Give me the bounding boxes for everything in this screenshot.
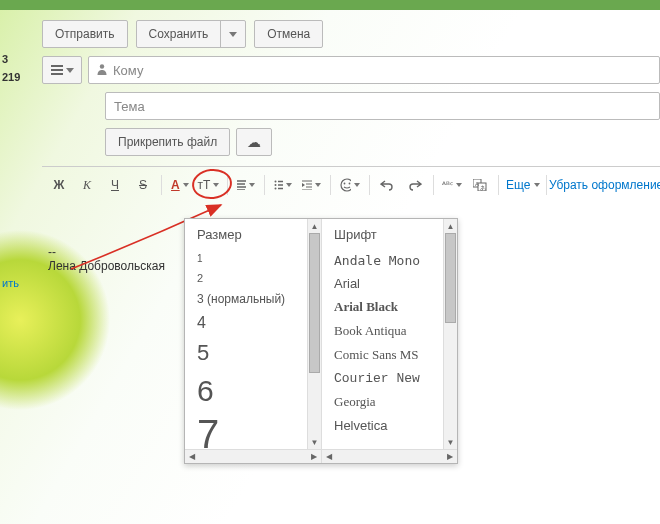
- list-button[interactable]: [270, 173, 296, 197]
- spellcheck-button[interactable]: ᴬᴮᶜ: [439, 173, 465, 197]
- main-toolbar: Отправить Сохранить Отмена: [0, 10, 660, 58]
- sidebar-count-2: 219: [0, 68, 30, 86]
- redo-button[interactable]: [402, 173, 428, 197]
- indent-button[interactable]: [298, 173, 324, 197]
- font-size-button[interactable]: тТ: [195, 173, 222, 197]
- svg-point-1: [275, 181, 277, 183]
- redo-icon: [408, 179, 422, 191]
- align-button[interactable]: [233, 173, 259, 197]
- size-option-6[interactable]: 6: [185, 370, 307, 412]
- more-button[interactable]: Еще: [504, 173, 541, 197]
- separator: [161, 175, 162, 195]
- italic-button[interactable]: К: [74, 173, 100, 197]
- size-header: Размер: [185, 219, 321, 249]
- text-color-button[interactable]: A: [167, 173, 193, 197]
- emoji-button[interactable]: [336, 173, 364, 197]
- save-button[interactable]: Сохранить: [136, 20, 247, 48]
- size-option-2[interactable]: 2: [185, 268, 307, 288]
- person-icon: [97, 63, 107, 78]
- font-option-courier[interactable]: Courier New: [322, 367, 443, 390]
- svg-point-4: [341, 179, 351, 191]
- size-list: 1 2 3 (нормальный) 4 5 6 7: [185, 249, 321, 449]
- separator: [369, 175, 370, 195]
- underline-button[interactable]: Ч: [102, 173, 128, 197]
- svg-point-3: [275, 188, 277, 190]
- chevron-down-icon: [249, 183, 255, 187]
- font-option-book-antiqua[interactable]: Book Antiqua: [322, 319, 443, 343]
- separator: [433, 175, 434, 195]
- font-column: Шрифт Andale Mono Arial Arial Black Book…: [321, 219, 457, 463]
- separator: [227, 175, 228, 195]
- chevron-down-icon: [66, 68, 74, 73]
- scroll-up-icon[interactable]: ▲: [308, 219, 321, 233]
- to-field[interactable]: Кому: [88, 56, 660, 84]
- size-option-5[interactable]: 5: [185, 336, 307, 370]
- send-button[interactable]: Отправить: [42, 20, 128, 48]
- font-option-arial[interactable]: Arial: [322, 272, 443, 295]
- strikethrough-button[interactable]: S: [130, 173, 156, 197]
- menu-icon: [51, 65, 63, 75]
- separator: [498, 175, 499, 195]
- subject-placeholder: Тема: [114, 99, 145, 114]
- scroll-up-icon[interactable]: ▲: [444, 219, 457, 233]
- bold-button[interactable]: Ж: [46, 173, 72, 197]
- save-label: Сохранить: [137, 27, 221, 41]
- separator: [330, 175, 331, 195]
- undo-icon: [380, 179, 394, 191]
- format-toolbar: Ж К Ч S A тТ: [42, 166, 660, 197]
- sidebar-count-1: 3: [0, 50, 30, 68]
- undo-button[interactable]: [374, 173, 400, 197]
- scroll-down-icon[interactable]: ▼: [308, 435, 321, 449]
- chevron-down-icon: [315, 183, 321, 187]
- font-option-georgia[interactable]: Georgia: [322, 390, 443, 414]
- size-option-7[interactable]: 7: [185, 412, 307, 449]
- size-scrollbar[interactable]: ▲ ▼: [307, 219, 321, 449]
- font-scrollbar[interactable]: ▲ ▼: [443, 219, 457, 449]
- size-option-3[interactable]: 3 (нормальный): [185, 288, 307, 310]
- remove-formatting-button[interactable]: Убрать оформление: [552, 173, 660, 197]
- chevron-down-icon: [183, 183, 189, 187]
- font-hscrollbar[interactable]: ◀ ▶: [322, 449, 457, 463]
- scroll-left-icon[interactable]: ◀: [322, 450, 336, 463]
- scroll-right-icon[interactable]: ▶: [307, 450, 321, 463]
- svg-text:あ: あ: [480, 185, 486, 192]
- subject-field[interactable]: Тема: [105, 92, 660, 120]
- separator: [264, 175, 265, 195]
- svg-point-5: [343, 183, 345, 185]
- scroll-down-icon[interactable]: ▼: [444, 435, 457, 449]
- cancel-button[interactable]: Отмена: [254, 20, 323, 48]
- attach-file-button[interactable]: Прикрепить файл: [105, 128, 230, 156]
- cloud-attach-button[interactable]: ☁: [236, 128, 272, 156]
- save-dropdown-toggle[interactable]: [220, 21, 245, 47]
- scroll-left-icon[interactable]: ◀: [185, 450, 199, 463]
- font-option-helvetica[interactable]: Helvetica: [322, 414, 443, 437]
- cloud-icon: ☁: [247, 134, 261, 150]
- size-option-4[interactable]: 4: [185, 310, 307, 336]
- sidebar-link-fragment[interactable]: ить: [0, 274, 21, 292]
- font-list: Andale Mono Arial Arial Black Book Antiq…: [322, 249, 457, 437]
- font-option-arial-black[interactable]: Arial Black: [322, 295, 443, 319]
- svg-point-0: [100, 64, 104, 68]
- translate-button[interactable]: Aあ: [467, 173, 493, 197]
- scrollbar-thumb[interactable]: [309, 233, 320, 373]
- align-left-icon: [237, 180, 246, 190]
- size-hscrollbar[interactable]: ◀ ▶: [185, 449, 321, 463]
- list-icon: [274, 180, 283, 190]
- indent-icon: [302, 180, 311, 190]
- scrollbar-thumb[interactable]: [445, 233, 456, 323]
- app-header-bar: [0, 0, 660, 10]
- chevron-down-icon: [286, 183, 292, 187]
- svg-point-2: [275, 184, 277, 186]
- size-option-1[interactable]: 1: [185, 249, 307, 268]
- smiley-icon: [340, 178, 351, 192]
- font-option-andale[interactable]: Andale Mono: [322, 249, 443, 272]
- chevron-down-icon: [213, 183, 219, 187]
- scroll-right-icon[interactable]: ▶: [443, 450, 457, 463]
- compose-menu-button[interactable]: [42, 56, 82, 84]
- translate-icon: Aあ: [473, 179, 487, 191]
- chevron-down-icon: [534, 183, 540, 187]
- to-placeholder: Кому: [113, 63, 143, 78]
- font-option-comic-sans[interactable]: Comic Sans MS: [322, 343, 443, 367]
- chevron-down-icon: [456, 183, 462, 187]
- font-size-dropdown: Размер 1 2 3 (нормальный) 4 5 6 7 ▲ ▼ ◀ …: [184, 218, 458, 464]
